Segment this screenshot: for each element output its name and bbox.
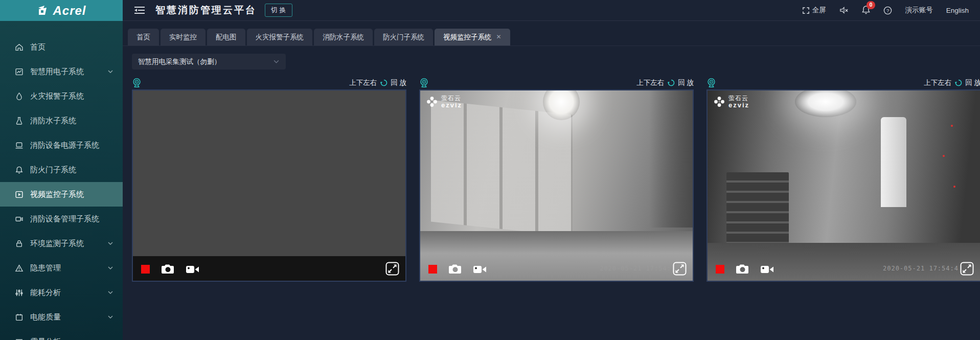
video-play-icon	[15, 190, 24, 199]
fullscreen-label: 全屏	[812, 6, 826, 15]
sidebar-item-env-monitor[interactable]: 环境监测子系统	[0, 231, 123, 256]
account-menu[interactable]: 演示账号	[905, 6, 933, 15]
scene-detail	[649, 90, 693, 228]
tab-fire-water[interactable]: 消防水子系统	[314, 29, 373, 46]
notification-bell[interactable]: 0	[862, 5, 870, 16]
tab-label: 防火门子系统	[383, 29, 424, 46]
pan-control-label[interactable]: 上下左右	[636, 78, 664, 87]
sidebar-item-label: 防火门子系统	[30, 165, 76, 175]
sidebar-item-video-monitor[interactable]: 视频监控子系统	[0, 182, 123, 207]
chevron-down-icon	[273, 58, 280, 65]
pan-control-label[interactable]: 上下左右	[349, 78, 377, 87]
stop-record-button[interactable]	[141, 265, 150, 274]
brand-logo: Acrel	[0, 0, 123, 21]
close-icon[interactable]: ✕	[496, 29, 502, 46]
fullscreen-icon	[802, 7, 810, 14]
watermark-en: ezviz	[728, 102, 749, 109]
snapshot-camera-icon[interactable]	[161, 264, 175, 275]
tab-distribution-diagram[interactable]: 配电图	[207, 29, 245, 46]
project-select[interactable]: 智慧用电采集测试（勿删）	[132, 54, 286, 70]
camera-header: 上下左右 回 放	[132, 76, 406, 89]
record-video-icon[interactable]	[186, 265, 199, 274]
webcam-icon	[419, 78, 429, 88]
camera-panel-1: 上下左右 回 放	[132, 76, 406, 282]
fullscreen-toggle[interactable]: 全屏	[802, 6, 826, 15]
video-viewport[interactable]: 萤石云 ezviz	[419, 89, 694, 282]
expand-fullscreen-icon[interactable]	[385, 262, 399, 276]
mute-speaker-icon[interactable]	[839, 6, 849, 14]
sidebar-item-smart-power[interactable]: 智慧用电子系统	[0, 59, 123, 84]
tab-label: 实时监控	[169, 29, 197, 46]
tab-label: 视频监控子系统	[443, 29, 492, 46]
language-switch[interactable]: English	[946, 7, 969, 14]
playback-label[interactable]: 回 放	[965, 78, 980, 87]
video-viewport[interactable]	[132, 89, 406, 282]
sidebar-item-fire-door[interactable]: 防火门子系统	[0, 157, 123, 182]
tab-video-monitor[interactable]: 视频监控子系统 ✕	[435, 29, 510, 46]
flask-icon	[15, 117, 24, 125]
filter-row: 智慧用电采集测试（勿删）	[123, 54, 980, 70]
watermark-cn: 萤石云	[441, 95, 462, 102]
playback-label[interactable]: 回 放	[391, 78, 406, 87]
pan-control-label[interactable]: 上下左右	[924, 78, 951, 87]
collapse-menu-icon[interactable]	[134, 6, 145, 15]
tab-label: 首页	[136, 29, 150, 46]
chevron-down-icon	[107, 69, 113, 75]
calendar-icon	[15, 313, 24, 322]
webcam-icon	[706, 78, 716, 88]
replay-icon[interactable]	[954, 79, 963, 87]
ezviz-clover-icon	[426, 96, 438, 108]
tab-realtime-monitor[interactable]: 实时监控	[161, 29, 206, 46]
help-icon[interactable]: ?	[883, 6, 892, 15]
sidebar-item-fire-alarm[interactable]: 火灾报警子系统	[0, 84, 123, 108]
snapshot-camera-icon[interactable]	[736, 264, 749, 275]
playback-label[interactable]: 回 放	[678, 78, 694, 87]
record-video-icon[interactable]	[761, 265, 774, 274]
header-actions: 全屏 0 ? 演示账号 English	[802, 5, 969, 16]
sidebar-item-label: 能耗分析	[30, 288, 61, 298]
scene-detail	[951, 125, 953, 127]
tab-fire-door[interactable]: 防火门子系统	[374, 29, 433, 46]
sidebar-item-label: 隐患管理	[30, 263, 61, 273]
switch-button[interactable]: 切 换	[265, 4, 292, 17]
expand-fullscreen-icon[interactable]	[673, 262, 687, 276]
tab-home[interactable]: 首页	[128, 29, 159, 46]
video-timestamp: 2020-05-21 17:54:	[600, 265, 671, 272]
expand-fullscreen-icon[interactable]	[960, 262, 974, 276]
video-viewport[interactable]: 萤石云 ezviz	[706, 89, 980, 282]
sidebar-item-label: 视频监控子系统	[30, 190, 84, 199]
stop-record-button[interactable]	[428, 265, 437, 274]
camera-grid: 上下左右 回 放	[123, 76, 980, 282]
chevron-down-icon	[107, 265, 113, 271]
sidebar-item-label: 电能质量	[30, 312, 61, 322]
ezviz-clover-icon	[713, 96, 725, 108]
tab-fire-alarm[interactable]: 火灾报警子系统	[247, 29, 313, 46]
camera-panel-3: 上下左右 回 放	[706, 76, 980, 282]
watermark-en: ezviz	[441, 102, 462, 109]
record-video-icon[interactable]	[473, 265, 487, 274]
sidebar-item-demand-analysis[interactable]: 需量分析	[0, 329, 123, 340]
watermark-cn: 萤石云	[728, 95, 749, 102]
camera-box-icon	[15, 215, 24, 223]
camera-header: 上下左右 回 放	[419, 76, 694, 89]
replay-icon[interactable]	[667, 79, 675, 87]
stop-record-button[interactable]	[716, 265, 724, 274]
warning-triangle-icon	[15, 264, 24, 273]
video-control-bar: 2020-05-21 17:54:	[420, 256, 693, 281]
sidebar-item-fire-equip-manage[interactable]: 消防设备管理子系统	[0, 207, 123, 231]
sidebar-item-label: 消防水子系统	[30, 116, 76, 126]
sidebar-item-fire-equip-power[interactable]: 消防设备电源子系统	[0, 133, 123, 157]
sidebar-item-home[interactable]: 首页	[0, 35, 123, 59]
sidebar-item-energy-analysis[interactable]: 能耗分析	[0, 280, 123, 305]
sidebar-item-power-quality[interactable]: 电能质量	[0, 305, 123, 329]
sliders-icon	[15, 288, 24, 297]
snapshot-camera-icon[interactable]	[448, 264, 462, 275]
sidebar-item-label: 火灾报警子系统	[30, 92, 84, 101]
video-still	[420, 90, 693, 281]
replay-icon[interactable]	[380, 79, 388, 87]
chevron-down-icon	[107, 314, 113, 320]
sidebar-item-fire-water[interactable]: 消防水子系统	[0, 108, 123, 133]
page-title: 智慧消防管理云平台	[155, 4, 257, 17]
chart-icon	[15, 67, 24, 76]
sidebar-item-hazard-manage[interactable]: 隐患管理	[0, 256, 123, 280]
